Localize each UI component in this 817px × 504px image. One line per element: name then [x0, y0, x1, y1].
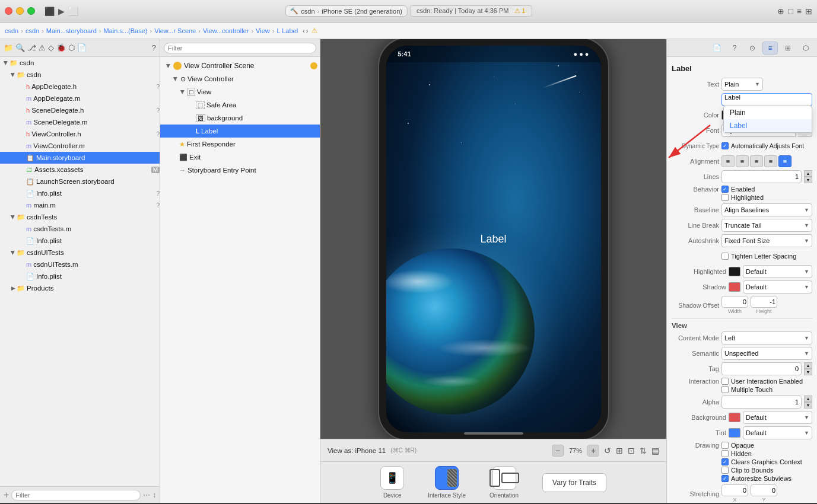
tree-file-infoplist[interactable]: 📄 Info.plist ? — [0, 187, 160, 199]
library-icon[interactable]: □ — [788, 7, 793, 16]
maximize-button[interactable] — [27, 7, 35, 15]
help-icon[interactable]: ? — [152, 43, 156, 52]
report-icon[interactable]: 📄 — [77, 43, 87, 52]
highlighted-color-select[interactable]: Default ▼ — [743, 265, 812, 278]
scene-filter-input[interactable] — [164, 43, 316, 53]
clears-graphics-checkbox[interactable] — [721, 458, 729, 465]
tint-select[interactable]: Default ▼ — [743, 426, 812, 439]
breadcrumb-item[interactable]: View — [256, 27, 270, 34]
inspector-tab-size[interactable]: ⊞ — [780, 42, 796, 55]
tree-group-products[interactable]: ▶ 📁 Products — [0, 282, 160, 294]
layout-h-icon[interactable]: ⊡ — [628, 446, 635, 455]
inspector-tab-quickhelp[interactable]: ? — [727, 42, 742, 55]
tree-group-csdnuitests[interactable]: ▶ 📁 csdnUITests — [0, 247, 160, 259]
window-controls[interactable] — [5, 7, 35, 15]
tree-group-csdntests[interactable]: ▶ 📁 csdnTests — [0, 211, 160, 223]
close-button[interactable] — [5, 7, 12, 15]
breadcrumb-item[interactable]: View...r Scene — [154, 27, 196, 34]
tree-file-appdelegateh[interactable]: h AppDelegate.h ? — [0, 81, 160, 92]
breadcrumb-item-label[interactable]: L Label — [276, 27, 298, 34]
alpha-input[interactable] — [721, 395, 802, 409]
multiple-touch-checkbox[interactable] — [721, 386, 729, 393]
inspector-tab-identity[interactable]: ⊙ — [745, 42, 760, 55]
scene-exit[interactable]: ⬛ Exit — [160, 151, 320, 164]
shadow-select[interactable]: Default ▼ — [743, 280, 812, 294]
scene-view[interactable]: ▶ □ View — [160, 85, 320, 98]
align-justify-button[interactable]: ≡ — [764, 155, 777, 167]
search-icon[interactable]: 🔍 — [15, 43, 25, 52]
interface-style-tool[interactable]: Interface Style — [428, 466, 466, 499]
scene-header-item[interactable]: ▶ View Controller Scene — [160, 59, 320, 72]
enabled-checkbox[interactable] — [721, 186, 729, 193]
scene-label-item[interactable]: L Label — [160, 125, 320, 138]
sidebar-toggle-icon[interactable]: ⬛ — [44, 7, 55, 16]
baseline-select[interactable]: Align Baselines ▼ — [721, 203, 812, 216]
safe-area-icon[interactable]: ▤ — [651, 446, 659, 455]
text-value-input[interactable]: Label — [721, 93, 812, 106]
add-item-icon[interactable]: + — [4, 490, 9, 500]
text-type-dropdown[interactable]: Plain Label — [723, 106, 812, 133]
debug-icon[interactable]: 🐞 — [56, 43, 66, 52]
tree-file-scenedelegateh[interactable]: h SceneDelegate.h ? — [0, 104, 160, 116]
breadcrumb-nav-next[interactable]: › — [306, 27, 309, 34]
linebreak-select[interactable]: Truncate Tail ▼ — [721, 219, 812, 232]
dynamic-type-checkbox[interactable] — [721, 142, 729, 149]
inspector-tab-connections[interactable]: ⬡ — [798, 42, 813, 55]
align-left-button[interactable]: ≡ — [721, 155, 735, 167]
tree-file-csdntests-m[interactable]: m csdnTests.m — [0, 223, 160, 235]
scene-viewcontroller[interactable]: ▶ ⊙ View Controller — [160, 72, 320, 85]
tree-file-mainm[interactable]: m main.m ? — [0, 199, 160, 211]
breadcrumb-item[interactable]: csdn — [5, 27, 18, 34]
stepper-up[interactable]: ▲ — [804, 395, 812, 402]
zoom-out-button[interactable]: − — [552, 445, 564, 457]
filter-options-icon[interactable]: ⋯ — [143, 491, 150, 499]
breakpoint-icon[interactable]: ⬡ — [68, 43, 75, 52]
opaque-checkbox[interactable] — [721, 442, 729, 449]
stretch-y-input[interactable] — [751, 484, 777, 496]
constraints-icon[interactable]: ⇅ — [640, 446, 647, 455]
tree-group-csdn[interactable]: ▶ 📁 csdn — [0, 69, 160, 81]
tag-stepper[interactable]: ▲ ▼ — [804, 362, 812, 375]
shadow-width-input[interactable] — [721, 296, 748, 308]
text-type-select[interactable]: Plain ▼ — [721, 78, 763, 91]
sort-icon[interactable]: ↕ — [152, 491, 156, 499]
tree-file-mainstoryboard[interactable]: 📋 Main.storyboard — [0, 152, 160, 164]
stepper-down[interactable]: ▼ — [804, 177, 812, 183]
tree-file-csdnuitests-plist[interactable]: 📄 Info.plist — [0, 270, 160, 282]
align-natural-button[interactable]: ≡ — [778, 155, 791, 167]
orientation-tool[interactable]: Orientation — [489, 466, 519, 499]
stepper-down[interactable]: ▼ — [804, 369, 812, 375]
canvas-content[interactable]: → — [320, 39, 666, 439]
tree-file-viewcontrollerh[interactable]: h ViewController.h ? — [0, 128, 160, 140]
align-right-button[interactable]: ≡ — [750, 155, 763, 167]
inspector-icon[interactable]: ≡ — [797, 7, 802, 16]
highlighted-checkbox[interactable] — [721, 194, 729, 201]
stop-button[interactable]: ⬜ — [68, 7, 78, 16]
tint-swatch[interactable] — [729, 428, 740, 438]
device-tool[interactable]: 📱 Device — [380, 466, 404, 499]
background-select[interactable]: Default ▼ — [743, 411, 812, 424]
highlighted-color-swatch[interactable] — [729, 267, 740, 276]
grid-icon[interactable]: ⊞ — [616, 446, 623, 455]
minimize-button[interactable] — [16, 7, 24, 15]
stepper-up[interactable]: ▲ — [804, 170, 812, 177]
breadcrumb-item[interactable]: Main.s...(Base) — [104, 27, 148, 34]
hidden-checkbox[interactable] — [721, 450, 729, 457]
scene-firstresponder[interactable]: ★ First Responder — [160, 138, 320, 151]
semantic-select[interactable]: Unspecified ▼ — [721, 347, 812, 360]
scene-background[interactable]: 🖼 background — [160, 111, 320, 125]
tree-file-csdnuitests-m[interactable]: m csdnUITests.m — [0, 259, 160, 270]
user-interaction-checkbox[interactable] — [721, 378, 729, 385]
inspector-tab-file[interactable]: 📄 — [709, 42, 724, 55]
clip-bounds-checkbox[interactable] — [721, 467, 729, 474]
tree-file-appdelegatem[interactable]: m AppDelegate.m — [0, 92, 160, 104]
autoshrink-select[interactable]: Fixed Font Size ▼ — [721, 234, 812, 247]
shadow-color-swatch[interactable] — [729, 282, 740, 292]
scm-icon[interactable]: ⎇ — [27, 43, 36, 52]
test-icon[interactable]: ◇ — [48, 43, 54, 52]
vary-traits-button[interactable]: Vary for Traits — [542, 473, 606, 492]
refresh-icon[interactable]: ↺ — [604, 446, 611, 455]
scene-safearea[interactable]: ⬚ Safe Area — [160, 98, 320, 111]
layout-icon[interactable]: ⊞ — [805, 7, 812, 16]
stretch-x-input[interactable] — [721, 484, 748, 496]
